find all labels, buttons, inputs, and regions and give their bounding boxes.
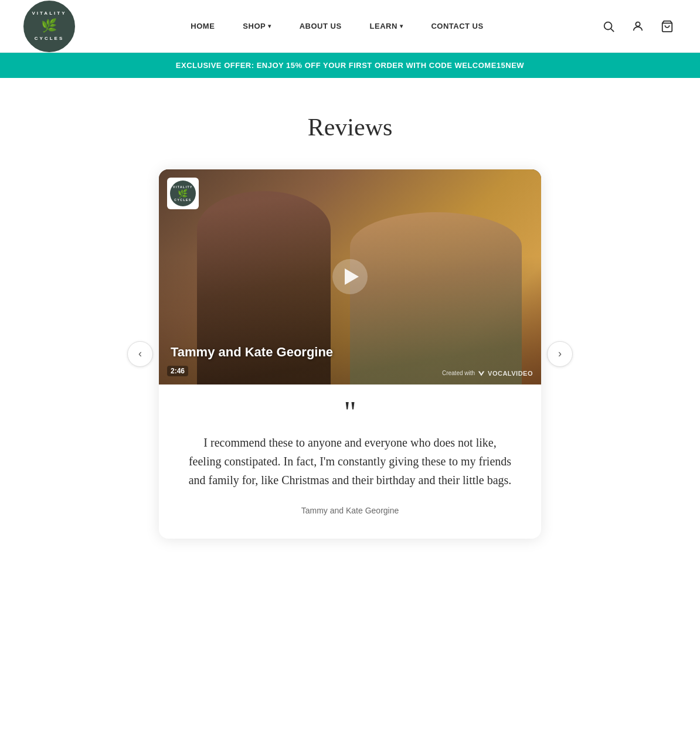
video-container: VITALITY 🌿 CYCLES Tammy and Kate Georgin… bbox=[159, 169, 541, 384]
prev-arrow[interactable]: ‹ bbox=[127, 341, 153, 367]
review-card: VITALITY 🌿 CYCLES Tammy and Kate Georgin… bbox=[159, 169, 541, 539]
shop-dropdown-icon: ▾ bbox=[268, 23, 271, 29]
video-logo-overlay: VITALITY 🌿 CYCLES bbox=[167, 178, 199, 209]
video-logo-inner: VITALITY 🌿 CYCLES bbox=[170, 181, 196, 206]
nav-about[interactable]: ABOUT US bbox=[300, 22, 342, 30]
logo[interactable]: VITALITY 🌿 CYCLES bbox=[23, 1, 75, 52]
created-with-text: Created with bbox=[442, 370, 475, 376]
page-title: Reviews bbox=[98, 113, 602, 141]
account-button[interactable] bbox=[628, 17, 647, 36]
nav-shop[interactable]: SHOP ▾ bbox=[243, 22, 271, 30]
next-arrow[interactable]: › bbox=[547, 341, 573, 367]
search-button[interactable] bbox=[599, 17, 618, 36]
svg-point-0 bbox=[604, 22, 612, 29]
video-duration: 2:46 bbox=[167, 366, 188, 376]
site-header: VITALITY 🌿 CYCLES HOME SHOP ▾ ABOUT US L… bbox=[0, 0, 700, 53]
learn-dropdown-icon: ▾ bbox=[400, 23, 403, 29]
nav-contact[interactable]: CONTACT US bbox=[431, 22, 483, 30]
svg-line-1 bbox=[611, 29, 614, 32]
play-triangle-icon bbox=[345, 268, 359, 285]
vocal-video-branding: Created with VOCALVIDEO bbox=[442, 369, 533, 377]
svg-marker-4 bbox=[478, 371, 485, 376]
main-nav: HOME SHOP ▾ ABOUT US LEARN ▾ CONTACT US bbox=[191, 22, 483, 30]
main-content: Reviews ‹ VITALITY 🌿 CYCLES bbox=[86, 78, 614, 586]
play-button[interactable] bbox=[332, 259, 368, 294]
nav-learn[interactable]: LEARN ▾ bbox=[370, 22, 403, 30]
header-icons bbox=[599, 17, 677, 36]
review-text: I recommend these to anyone and everyone… bbox=[187, 433, 513, 489]
quote-mark: " bbox=[187, 403, 513, 421]
review-body: " I recommend these to anyone and everyo… bbox=[159, 384, 541, 539]
nav-home[interactable]: HOME bbox=[191, 22, 215, 30]
review-carousel: ‹ VITALITY 🌿 CYCLES bbox=[127, 169, 573, 539]
carousel-wrapper: VITALITY 🌿 CYCLES Tammy and Kate Georgin… bbox=[159, 169, 541, 539]
person-right-silhouette bbox=[350, 212, 522, 384]
reviewer-name: Tammy and Kate Georgine bbox=[187, 506, 513, 515]
logo-top-text: VITALITY bbox=[32, 11, 67, 16]
logo-bottom-text: CYCLES bbox=[35, 36, 64, 42]
svg-point-2 bbox=[636, 22, 640, 26]
logo-icon: 🌿 bbox=[41, 18, 58, 35]
video-person-name: Tammy and Kate Georgine bbox=[171, 345, 333, 360]
promo-banner: EXCLUSIVE OFFER: ENJOY 15% OFF YOUR FIRS… bbox=[0, 53, 700, 78]
vocal-video-name: VOCALVIDEO bbox=[488, 370, 533, 377]
cart-button[interactable] bbox=[658, 17, 677, 36]
